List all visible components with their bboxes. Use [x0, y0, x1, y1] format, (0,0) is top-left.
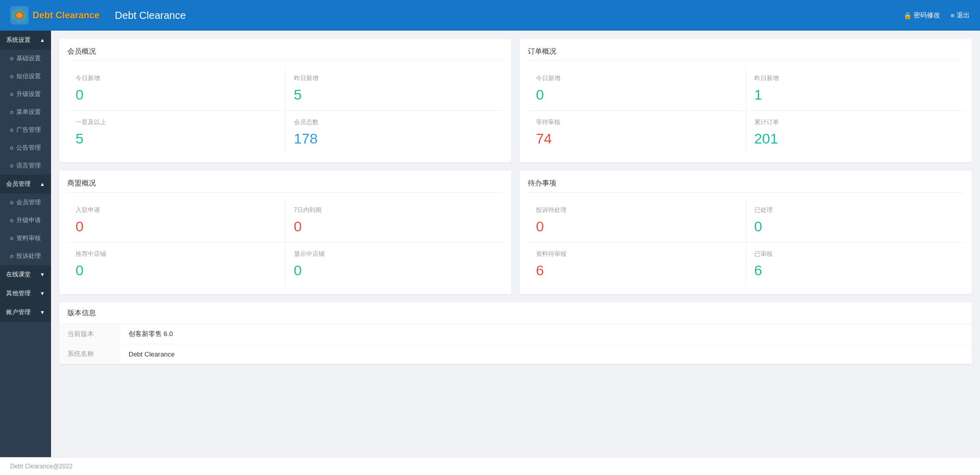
order-total-label: 累计订单	[754, 118, 956, 127]
dot-icon	[10, 201, 13, 204]
order-today-label: 今日新增	[536, 74, 738, 83]
pending-tasks-card: 待办事项 投诉待处理 0 已处理 0 资料待审核 6 已审核	[520, 171, 972, 294]
sidebar-item-data-review[interactable]: 资料审核	[0, 229, 51, 247]
dot-icon	[10, 237, 13, 240]
version-row-system-name: 系统名称 Debt Clearance	[59, 344, 972, 364]
sidebar-item-menu-settings[interactable]: 菜单设置	[0, 103, 51, 121]
version-system-name-label: 系统名称	[59, 344, 120, 364]
system-settings-label: 系统设置	[6, 36, 31, 44]
sidebar-item-language[interactable]: 语言管理	[0, 157, 51, 175]
footer-text: Debt Clearance@2022	[10, 463, 72, 470]
merchant-recommended-label: 推荐中店铺	[76, 250, 277, 258]
change-password-button[interactable]: 🔒 密码修改	[903, 11, 940, 20]
order-pending-value: 74	[536, 131, 738, 147]
chevron-down-icon-2: ▼	[40, 291, 45, 296]
account-management-label: 账户管理	[6, 308, 31, 317]
order-stat-today: 今日新增 0	[528, 67, 746, 110]
sidebar-section-online-class[interactable]: 在线课堂 ▼	[0, 265, 51, 284]
sidebar-item-ad-management[interactable]: 广告管理	[0, 121, 51, 139]
member-stat-today: 今日新增 0	[67, 67, 285, 110]
logo-text: Debt Clearance	[33, 10, 100, 21]
layout: 系统设置 ▲ 基础设置 短信设置 升级设置 菜单设置 广告管理 公告管理	[0, 31, 980, 457]
pending-reviewed-label: 已审核	[754, 250, 956, 258]
dot-icon	[10, 164, 13, 168]
merchant-apply-value: 0	[76, 219, 277, 235]
version-row-current: 当前版本 创客新零售 6.0	[59, 324, 972, 344]
merchant-stat-showing: 显示中店铺 0	[286, 243, 504, 286]
header-right: 🔒 密码修改 ≡ 退出	[903, 11, 970, 20]
pending-stat-processed: 已处理 0	[746, 199, 964, 242]
pending-stat-data-review: 资料待审核 6	[528, 243, 746, 286]
sidebar-item-announcement[interactable]: 公告管理	[0, 139, 51, 157]
order-stat-pending: 等待审核 74	[528, 111, 746, 154]
merchant-showing-label: 显示中店铺	[294, 250, 496, 258]
member-stat-yesterday: 昨日新增 5	[286, 67, 504, 110]
logo: Debt Clearance	[10, 6, 100, 25]
member-star-label: 一星及以上	[76, 118, 277, 127]
chevron-up-icon-2: ▲	[40, 181, 45, 187]
member-stats-grid: 今日新增 0 昨日新增 5 一星及以上 5 会员总数 178	[67, 67, 503, 154]
member-today-value: 0	[76, 87, 277, 103]
sidebar-section-account-management[interactable]: 账户管理 ▼	[0, 303, 51, 322]
merchant-stat-recommended: 推荐中店铺 0	[67, 243, 285, 286]
member-stat-total: 会员总数 178	[286, 111, 504, 154]
member-yesterday-label: 昨日新增	[294, 74, 496, 83]
order-stat-total: 累计订单 201	[746, 111, 964, 154]
version-info-title: 版本信息	[59, 302, 972, 324]
pending-complaint-label: 投诉待处理	[536, 206, 738, 215]
order-total-value: 201	[754, 131, 956, 147]
sidebar-item-upgrade-settings[interactable]: 升级设置	[0, 85, 51, 103]
chevron-down-icon: ▼	[40, 272, 45, 277]
order-overview-card: 订单概况 今日新增 0 昨日新增 1 等待审核 74 累计订	[520, 39, 972, 162]
sidebar-section-system-settings[interactable]: 系统设置 ▲	[0, 31, 51, 50]
pending-stats-grid: 投诉待处理 0 已处理 0 资料待审核 6 已审核 6	[528, 199, 964, 286]
pending-processed-label: 已处理	[754, 206, 956, 215]
other-management-label: 其他管理	[6, 289, 31, 298]
merchant-stats-grid: 入驻申请 0 7日内到期 0 推荐中店铺 0 显示中店铺 0	[67, 199, 503, 286]
dot-icon	[10, 111, 13, 114]
order-today-value: 0	[536, 87, 738, 103]
member-total-label: 会员总数	[294, 118, 496, 127]
pending-processed-value: 0	[754, 219, 956, 235]
sidebar-section-member-management[interactable]: 会员管理 ▲	[0, 175, 51, 194]
merchant-expiring-label: 7日内到期	[294, 206, 496, 215]
version-current-label: 当前版本	[59, 324, 120, 344]
order-stat-yesterday: 昨日新增 1	[746, 67, 964, 110]
dot-icon	[10, 129, 13, 132]
online-class-label: 在线课堂	[6, 270, 31, 279]
sidebar-item-upgrade-apply[interactable]: 升级申请	[0, 211, 51, 229]
sidebar-section-other-management[interactable]: 其他管理 ▼	[0, 284, 51, 303]
sidebar-item-sms-settings[interactable]: 短信设置	[0, 67, 51, 85]
pending-stat-reviewed: 已审核 6	[746, 243, 964, 286]
version-info-card: 版本信息 当前版本 创客新零售 6.0 系统名称 Debt Clearance	[59, 302, 972, 364]
logout-button[interactable]: ≡ 退出	[950, 11, 970, 20]
header: Debt Clearance Debt Clearance 🔒 密码修改 ≡ 退…	[0, 0, 980, 31]
dot-icon	[10, 255, 13, 258]
order-yesterday-value: 1	[754, 87, 956, 103]
order-overview-title: 订单概况	[528, 47, 964, 61]
chevron-down-icon-3: ▼	[40, 310, 45, 315]
pending-stat-complaint: 投诉待处理 0	[528, 199, 746, 242]
dashboard-bottom-row: 商盟概况 入驻申请 0 7日内到期 0 推荐中店铺 0 显示	[59, 171, 972, 294]
dot-icon	[10, 93, 13, 96]
merchant-apply-label: 入驻申请	[76, 206, 277, 215]
merchant-expiring-value: 0	[294, 219, 496, 235]
header-title: Debt Clearance	[115, 10, 186, 21]
pending-data-review-value: 6	[536, 263, 738, 279]
sidebar: 系统设置 ▲ 基础设置 短信设置 升级设置 菜单设置 广告管理 公告管理	[0, 31, 51, 457]
sidebar-item-member-manage[interactable]: 会员管理	[0, 194, 51, 211]
lock-icon: 🔒	[903, 12, 912, 19]
footer: Debt Clearance@2022	[0, 457, 980, 475]
pending-tasks-title: 待办事项	[528, 179, 964, 193]
order-pending-label: 等待审核	[536, 118, 738, 127]
logo-icon	[10, 6, 29, 25]
version-table: 当前版本 创客新零售 6.0 系统名称 Debt Clearance	[59, 324, 972, 364]
dot-icon	[10, 75, 13, 78]
dot-icon	[10, 147, 13, 150]
member-star-value: 5	[76, 131, 277, 147]
sidebar-item-basic-settings[interactable]: 基础设置	[0, 50, 51, 67]
sidebar-item-complaint[interactable]: 投诉处理	[0, 247, 51, 265]
order-stats-grid: 今日新增 0 昨日新增 1 等待审核 74 累计订单 201	[528, 67, 964, 154]
pending-data-review-label: 资料待审核	[536, 250, 738, 258]
pending-complaint-value: 0	[536, 219, 738, 235]
